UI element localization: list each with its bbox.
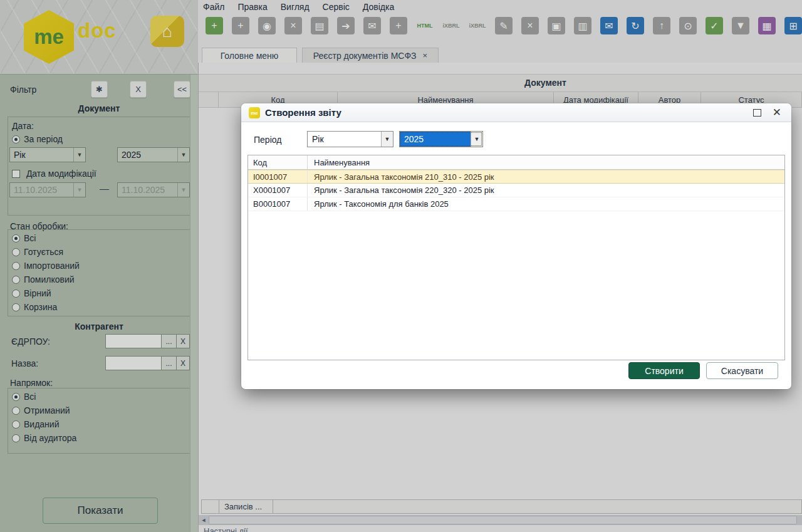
- maximize-icon[interactable]: [753, 109, 761, 117]
- period-type-select[interactable]: Рік ▼: [307, 131, 393, 147]
- template-row[interactable]: I0001007 Ярлик - Загальна таксономія 210…: [248, 170, 784, 184]
- template-name: Ярлик - Загальна таксономія 220_320 - 20…: [308, 184, 784, 197]
- create-report-dialog: me Створення звіту ✕ Період Рік ▼ 2025 ▼…: [241, 103, 791, 389]
- template-code: B0001007: [248, 197, 308, 211]
- chevron-down-icon: ▼: [471, 132, 482, 147]
- cancel-button[interactable]: Скасувати: [706, 362, 778, 379]
- code-column-header[interactable]: Код: [248, 155, 308, 169]
- dialog-title: Створення звіту: [265, 107, 341, 118]
- period-year-select[interactable]: 2025 ▼: [399, 131, 483, 147]
- template-table-header: Код Найменування: [248, 155, 784, 170]
- template-table-body: I0001007 Ярлик - Загальна таксономія 210…: [248, 170, 784, 211]
- create-button[interactable]: Створити: [628, 362, 700, 379]
- dialog-title-bar[interactable]: me Створення звіту ✕: [241, 103, 791, 122]
- template-row[interactable]: X0001007 Ярлик - Загальна таксономія 220…: [248, 184, 784, 197]
- template-row[interactable]: B0001007 Ярлик - Таксономія для банків 2…: [248, 197, 784, 211]
- template-name: Ярлик - Загальна таксономія 210_310 - 20…: [308, 170, 784, 183]
- template-name: Ярлик - Таксономія для банків 2025: [308, 197, 784, 211]
- close-icon[interactable]: ✕: [773, 106, 781, 119]
- template-code: X0001007: [248, 184, 308, 197]
- name-column-header[interactable]: Найменування: [308, 155, 784, 169]
- medoc-mini-icon: me: [249, 107, 260, 118]
- chevron-down-icon: ▼: [381, 132, 393, 147]
- period-label: Період: [254, 135, 281, 145]
- template-code: I0001007: [248, 170, 308, 183]
- report-template-table: Код Найменування I0001007 Ярлик - Загаль…: [247, 155, 785, 360]
